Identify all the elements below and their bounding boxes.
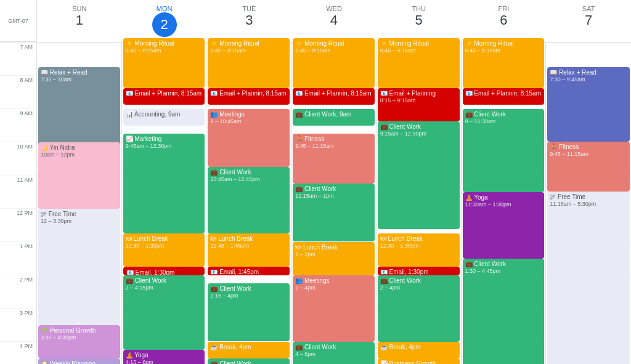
day-col-fri[interactable]: ☀️ Morning Ritual 6:45 – 8:15am 📧 Email … — [462, 42, 547, 364]
header-wed: WED 4 — [291, 0, 377, 42]
event-client-work3-tue[interactable]: 💼 Client Work 4:30 – 6:30pm — [208, 358, 290, 364]
event-break-thu[interactable]: ☕ Break, 4pm — [378, 342, 460, 358]
header-tue: TUE 3 — [206, 0, 291, 42]
event-free-time-sat[interactable]: 🕊 Free Time 11:15am – 5:30pm — [547, 192, 630, 364]
event-client-work-mon[interactable]: 💼 Client Work 2 – 4:15pm — [123, 275, 205, 350]
day-col-tue[interactable]: ☀️ Morning Ritual 6:45 – 8:15am 📧 Email … — [206, 42, 291, 364]
event-weekly-planning[interactable]: 📋 Weekly Planning 4:30 – 5:30pm — [38, 358, 120, 364]
event-fitness-sat[interactable]: 🏃 Fitness 9:45 – 11:15am — [547, 142, 630, 192]
event-morning-ritual-fri[interactable]: ☀️ Morning Ritual 6:45 – 8:15am — [463, 38, 545, 88]
day-col-mon[interactable]: ☀️ Morning Ritual 6:45 – 8:15am 📧 Email … — [122, 42, 207, 364]
event-meetings-wed[interactable]: 👥 Meetings 2 – 4pm — [293, 275, 375, 342]
event-free-time-sun[interactable]: 🕊 Free Time 12 – 3:30pm — [38, 209, 120, 325]
event-email-planning-mon[interactable]: 📧 Email + Plannin, 8:15am — [123, 88, 205, 105]
day-col-sat[interactable]: 📖 Relax + Read 7:30 – 9:45am 🏃 Fitness 9… — [546, 42, 631, 364]
event-meetings[interactable]: 👥 Meetings 9 – 10:45am — [208, 109, 290, 167]
event-yoga-mon[interactable]: 🧘 Yoga 4:15 – 6pm — [123, 350, 205, 364]
event-morning-ritual-thu[interactable]: ☀️ Morning Ritual 6:45 – 8:15am — [378, 38, 460, 88]
header-fri: FRI 6 — [462, 0, 547, 42]
header-sat: SAT 7 — [546, 0, 631, 42]
day-col-wed[interactable]: ☀️ Morning Ritual 6:45 – 8:15am 📧 Email … — [291, 42, 377, 364]
time-column: 7 AM 8 AM 9 AM 10 AM 11 AM 12 PM 1 PM 2 … — [0, 42, 37, 364]
event-lunch-break-thu[interactable]: 🍽 Lunch Break 12:30 – 1:30pm — [378, 233, 460, 267]
header-thu: THU 5 — [377, 0, 462, 42]
event-email-planning-tue[interactable]: 📧 Email + Plannin, 8:15am — [208, 88, 290, 105]
timezone-label: GMT-07 — [0, 0, 37, 42]
event-yoga-fri[interactable]: 🧘 Yoga 11:30am – 1:30pm — [463, 192, 545, 259]
event-email-mon[interactable]: 📧 Email, 1:30pm — [123, 267, 205, 275]
event-email-planning-fri[interactable]: 📧 Email + Plannin, 8:15am — [463, 88, 545, 105]
event-yin-nidra[interactable]: 🌙 Yin Nidra 10am – 12pm — [38, 142, 120, 209]
event-business-growth-thu[interactable]: 📈 Business Growth 4:30 – 6pm — [378, 358, 460, 364]
event-relax-read-sat[interactable]: 📖 Relax + Read 7:30 – 9:45am — [547, 67, 630, 142]
event-lunch-break-tue[interactable]: 🍽 Lunch Break 12:45 – 1:45pm — [208, 233, 290, 267]
event-marketing[interactable]: 📈 Marketing 9:45am – 12:30pm — [123, 134, 205, 233]
event-client-work-fri[interactable]: 💼 Client Work 9 – 11:30am — [463, 109, 545, 192]
event-personal-growth[interactable]: 🌱 Personal Growth 3:30 – 4:30pm — [38, 325, 120, 358]
day-col-sun[interactable]: 📖 Relax + Read 7:30 – 10am 🌙 Yin Nidra 1… — [37, 42, 122, 364]
event-client-work2-thu[interactable]: 💼 Client Work 2 – 4pm — [378, 275, 460, 342]
event-client-work-wed-1[interactable]: 💼 Client Work, 9am — [293, 109, 375, 126]
event-email-tue[interactable]: 📧 Email, 1:45pm — [208, 267, 290, 275]
event-lunch-break-mon[interactable]: 🍽 Lunch Break 12:30 – 1:30pm — [123, 233, 205, 267]
event-client-work2-fri[interactable]: 💼 Client Work 1:30 – 4:45pm — [463, 259, 545, 364]
header-sun: SUN 1 — [37, 0, 122, 42]
header-mon: MON 2 — [122, 0, 207, 42]
event-client-work2-wed[interactable]: 💼 Client Work 11:15am – 1pm — [293, 184, 375, 241]
event-break-tue[interactable]: ☕ Break, 4pm — [208, 342, 290, 358]
event-fitness-wed[interactable]: 🏃 Fitness 9:45 – 11:15am — [293, 134, 375, 184]
event-morning-ritual-wed[interactable]: ☀️ Morning Ritual 6:45 – 8:15am — [293, 38, 375, 88]
event-relax-read-sun[interactable]: 📖 Relax + Read 7:30 – 10am — [38, 67, 120, 150]
day-col-thu[interactable]: ☀️ Morning Ritual 6:45 – 8:15am 📧 Email … — [377, 42, 462, 364]
calendar-container: GMT-07 SUN 1 MON 2 TUE 3 WED 4 THU 5 FRI… — [0, 0, 631, 364]
event-client-work3-wed[interactable]: 💼 Client Work 4 – 6pm — [293, 342, 375, 364]
event-email-planning-thu[interactable]: 📧 Email + Planning 8:15 – 9:15am — [378, 88, 460, 121]
event-email-thu[interactable]: 📧 Email, 1:30pm — [378, 267, 460, 275]
event-accounting[interactable]: 📊 Accounting, 9am — [123, 109, 205, 126]
event-lunch-break-wed[interactable]: 🍽 Lunch Break 1 – 2pm — [293, 242, 375, 275]
event-client-work-tue[interactable]: 💼 Client Work 10:45am – 12:45pm — [208, 167, 290, 233]
event-morning-ritual-mon[interactable]: ☀️ Morning Ritual 6:45 – 8:15am — [123, 38, 205, 88]
calendar-body: 7 AM 8 AM 9 AM 10 AM 11 AM 12 PM 1 PM 2 … — [0, 42, 631, 364]
event-email-planning-wed[interactable]: 📧 Email + Plannin, 8:15am — [293, 88, 375, 105]
calendar-header: GMT-07 SUN 1 MON 2 TUE 3 WED 4 THU 5 FRI… — [0, 0, 631, 42]
event-client-work-thu[interactable]: 💼 Client Work 9:15am – 12:30pm — [378, 121, 460, 229]
event-client-work2-tue[interactable]: 💼 Client Work 2:15 – 4pm — [208, 283, 290, 341]
event-morning-ritual-tue[interactable]: ☀️ Morning Ritual 6:45 – 8:15am — [208, 38, 290, 88]
